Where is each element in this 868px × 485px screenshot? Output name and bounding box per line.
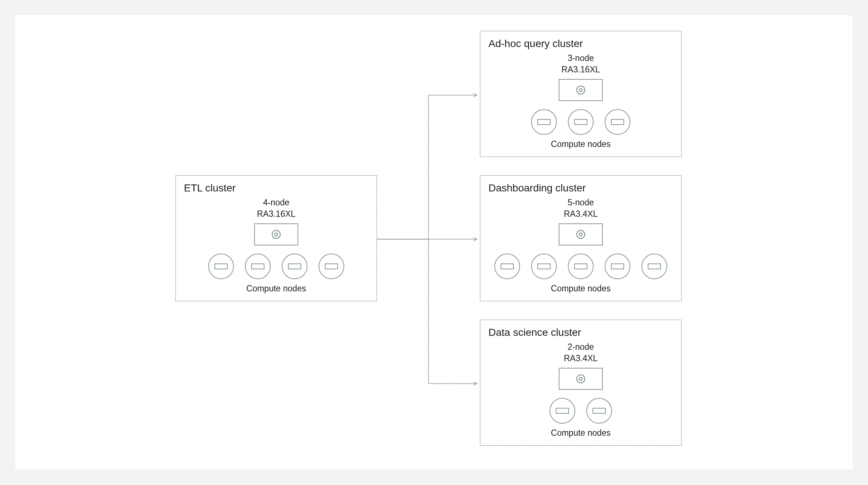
node-spec: 5-node RA3.4XL	[564, 197, 598, 220]
cluster-content: 3-node RA3.16XL Compute nodes	[488, 53, 673, 149]
leader-node-icon	[559, 368, 603, 390]
svg-point-7	[579, 377, 582, 380]
compute-node-icon	[531, 254, 557, 279]
compute-node-icon	[641, 254, 667, 279]
compute-node-icon	[568, 109, 594, 135]
diagram-frame: ETL cluster 4-node RA3.16XL Compute node…	[0, 0, 868, 485]
arrow-etl-to-adhoc	[377, 95, 477, 239]
compute-node-inner-icon	[251, 263, 264, 269]
cluster-adhoc: Ad-hoc query cluster 3-node RA3.16XL Com…	[480, 31, 682, 157]
compute-node-inner-icon	[648, 263, 661, 269]
cluster-title: Ad-hoc query cluster	[488, 38, 673, 50]
svg-point-0	[272, 230, 280, 238]
compute-node-inner-icon	[288, 263, 301, 269]
svg-point-3	[579, 89, 582, 91]
compute-node-row	[549, 398, 612, 424]
cluster-title: Data science cluster	[488, 327, 673, 338]
compute-node-inner-icon	[611, 263, 624, 269]
node-count: 5-node	[568, 198, 594, 207]
compute-node-inner-icon	[593, 408, 606, 414]
svg-point-2	[577, 86, 585, 94]
compute-node-icon	[586, 398, 612, 424]
cluster-content: 4-node RA3.16XL Compute nodes	[184, 197, 369, 294]
compute-node-icon	[531, 109, 557, 135]
node-count: 3-node	[568, 53, 594, 63]
arrow-etl-to-datascience	[377, 239, 477, 384]
connector-arrows	[15, 15, 854, 471]
svg-point-4	[577, 230, 585, 238]
leader-node-icon	[254, 223, 298, 245]
cluster-title: Dashboarding cluster	[488, 182, 673, 194]
compute-node-icon	[245, 254, 271, 279]
compute-node-inner-icon	[574, 263, 587, 269]
compute-node-inner-icon	[214, 263, 228, 269]
node-type: RA3.4XL	[564, 353, 598, 363]
compute-node-icon	[208, 254, 234, 279]
compute-node-icon	[605, 254, 630, 279]
cluster-etl: ETL cluster 4-node RA3.16XL Compute node…	[175, 175, 377, 301]
node-spec: 2-node RA3.4XL	[564, 341, 598, 364]
compute-nodes-label: Compute nodes	[551, 428, 611, 438]
svg-point-5	[579, 233, 582, 236]
compute-node-icon	[494, 254, 520, 279]
node-type: RA3.16XL	[562, 65, 600, 74]
compute-node-row	[208, 254, 344, 279]
compute-node-inner-icon	[325, 263, 338, 269]
cluster-title: ETL cluster	[184, 182, 369, 194]
svg-point-1	[275, 233, 278, 236]
compute-node-icon	[319, 254, 344, 279]
node-count: 2-node	[568, 342, 594, 352]
node-spec: 4-node RA3.16XL	[257, 197, 296, 220]
compute-node-icon	[568, 254, 594, 279]
compute-nodes-label: Compute nodes	[246, 284, 306, 294]
cluster-datascience: Data science cluster 2-node RA3.4XL Comp…	[480, 320, 682, 446]
compute-node-inner-icon	[537, 119, 551, 125]
leader-node-icon	[559, 79, 603, 101]
compute-node-inner-icon	[501, 263, 514, 269]
node-type: RA3.16XL	[257, 209, 296, 219]
node-type: RA3.4XL	[564, 209, 598, 219]
cluster-content: 5-node RA3.4XL Compute nodes	[488, 197, 673, 294]
compute-node-inner-icon	[611, 119, 624, 125]
compute-node-icon	[282, 254, 307, 279]
cluster-content: 2-node RA3.4XL Compute nodes	[488, 341, 673, 438]
diagram-canvas: ETL cluster 4-node RA3.16XL Compute node…	[15, 15, 853, 470]
compute-node-row	[494, 254, 667, 279]
compute-node-icon	[605, 109, 630, 135]
node-count: 4-node	[263, 198, 289, 207]
compute-node-icon	[549, 398, 575, 424]
compute-node-inner-icon	[537, 263, 551, 269]
cluster-dashboard: Dashboarding cluster 5-node RA3.4XL Comp…	[480, 175, 682, 301]
compute-nodes-label: Compute nodes	[551, 139, 611, 149]
compute-node-inner-icon	[556, 408, 569, 414]
compute-node-row	[531, 109, 630, 135]
svg-point-6	[577, 375, 585, 383]
compute-nodes-label: Compute nodes	[551, 284, 611, 294]
compute-node-inner-icon	[574, 119, 587, 125]
node-spec: 3-node RA3.16XL	[562, 53, 600, 75]
leader-node-icon	[559, 223, 603, 245]
